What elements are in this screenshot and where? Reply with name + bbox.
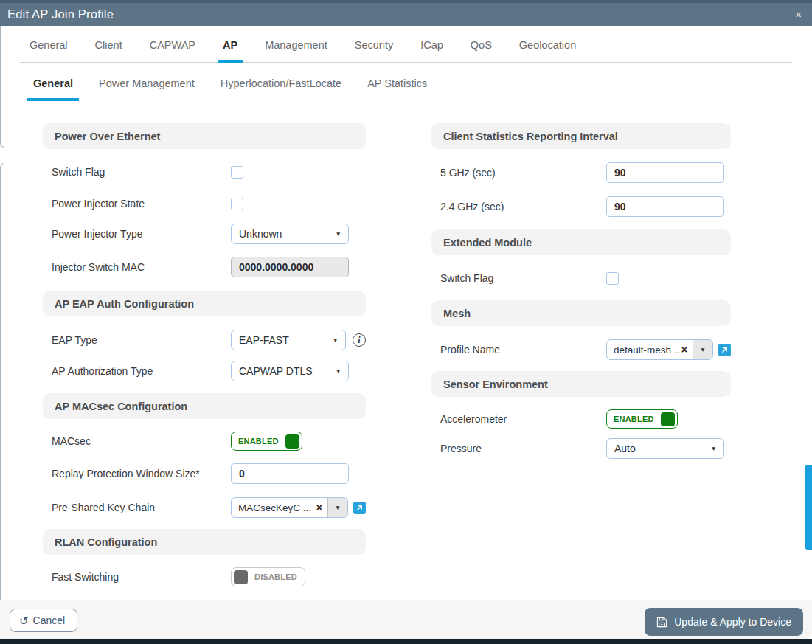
clear-icon[interactable]: × bbox=[680, 344, 693, 356]
modal-left-border-upper bbox=[0, 26, 4, 148]
24ghz-sec-label: 2.4 GHz (sec) bbox=[431, 201, 606, 212]
extended-module-switch-flag-label: Switch Flag bbox=[431, 272, 606, 284]
tab-general[interactable]: General bbox=[24, 39, 73, 63]
accelerometer-toggle[interactable]: ENABLED bbox=[606, 409, 678, 429]
5ghz-sec-input[interactable]: 90 bbox=[606, 162, 724, 183]
injector-switch-mac-input: 0000.0000.0000 bbox=[231, 257, 349, 277]
extended-module-switch-flag-checkbox[interactable] bbox=[606, 272, 619, 285]
chevron-down-icon: ▼ bbox=[700, 346, 706, 353]
tab-qos[interactable]: QoS bbox=[465, 39, 497, 63]
section-title: AP MACsec Configuration bbox=[55, 401, 187, 412]
subtab-hyperlocation-fastlocate[interactable]: Hyperlocation/FastLocate bbox=[215, 77, 347, 101]
page-background-strip bbox=[0, 639, 812, 644]
selected-value: Auto bbox=[614, 443, 636, 454]
right-column: Client Statistics Reporting Interval 5 G… bbox=[431, 123, 731, 459]
toggle-knob bbox=[234, 570, 248, 584]
eap-type-label: EAP Type bbox=[43, 334, 231, 346]
section-title: Extended Module bbox=[443, 237, 532, 249]
toggle-state-label: DISABLED bbox=[254, 572, 297, 581]
subtab-power-management[interactable]: Power Management bbox=[93, 77, 201, 101]
power-injector-type-select[interactable]: Unknown ▼ bbox=[231, 224, 349, 244]
mesh-profile-name-combobox[interactable]: default-mesh ... × ▼ bbox=[606, 339, 713, 360]
power-injector-state-label: Power Injector State bbox=[43, 198, 231, 210]
macsec-label: MACsec bbox=[43, 435, 231, 447]
modal-left-border-lower bbox=[0, 163, 4, 600]
save-icon bbox=[656, 617, 667, 628]
toggle-knob bbox=[661, 412, 675, 426]
external-link-icon[interactable] bbox=[353, 502, 366, 514]
chevron-down-icon: ▼ bbox=[333, 336, 339, 344]
combobox-value: default-mesh ... bbox=[607, 344, 680, 356]
replay-protection-window-size-label: Replay Protection Window Size* bbox=[43, 468, 231, 479]
toggle-knob bbox=[285, 434, 299, 449]
tab-ap[interactable]: AP bbox=[218, 39, 243, 63]
modal-titlebar: Edit AP Join Profile × bbox=[0, 3, 812, 26]
main-tabs: General Client CAPWAP AP Management Secu… bbox=[20, 39, 792, 63]
section-title: Mesh bbox=[443, 308, 471, 319]
chevron-down-icon: ▼ bbox=[336, 230, 341, 238]
section-title: Sensor Environment bbox=[443, 378, 548, 390]
power-injector-state-checkbox[interactable] bbox=[231, 198, 243, 210]
close-icon[interactable]: × bbox=[792, 3, 805, 26]
chevron-down-icon: ▼ bbox=[711, 445, 717, 452]
cancel-button[interactable]: ↺ Cancel bbox=[10, 609, 77, 632]
tab-capwap[interactable]: CAPWAP bbox=[145, 39, 201, 63]
modal-footer: ↺ Cancel Update & Apply to Device bbox=[0, 600, 812, 640]
fast-switching-label: Fast Switching bbox=[43, 571, 231, 583]
chevron-down-icon: ▼ bbox=[335, 504, 341, 511]
ap-subtabs: General Power Management Hyperlocation/F… bbox=[22, 77, 785, 100]
scrollbar-thumb[interactable] bbox=[805, 465, 812, 550]
mesh-profile-name-label: Profile Name bbox=[431, 344, 606, 356]
pressure-select[interactable]: Auto ▼ bbox=[606, 438, 724, 459]
tab-icap[interactable]: ICap bbox=[415, 39, 448, 63]
update-apply-button[interactable]: Update & Apply to Device bbox=[645, 608, 803, 636]
tab-geolocation[interactable]: Geolocation bbox=[514, 39, 581, 63]
pre-shared-key-chain-label: Pre-Shared Key Chain bbox=[43, 502, 231, 513]
accelerometer-label: Accelerometer bbox=[431, 413, 606, 425]
5ghz-sec-label: 5 GHz (sec) bbox=[431, 167, 606, 179]
section-extended-module: Extended Module bbox=[431, 229, 731, 255]
section-mesh: Mesh bbox=[431, 300, 731, 326]
tab-management[interactable]: Management bbox=[260, 39, 333, 63]
subtab-general[interactable]: General bbox=[27, 77, 79, 101]
switch-flag-label: Switch Flag bbox=[43, 166, 231, 178]
external-link-icon[interactable] bbox=[718, 344, 731, 356]
power-injector-type-label: Power Injector Type bbox=[43, 228, 231, 240]
macsec-toggle[interactable]: ENABLED bbox=[231, 432, 302, 451]
switch-flag-checkbox[interactable] bbox=[231, 166, 243, 179]
tab-client[interactable]: Client bbox=[90, 39, 128, 63]
injector-switch-mac-label: Injector Switch MAC bbox=[43, 261, 231, 273]
selected-value: Unknown bbox=[239, 228, 282, 240]
section-rlan: RLAN Configuration bbox=[43, 529, 366, 555]
toggle-state-label: ENABLED bbox=[238, 437, 279, 446]
dropdown-toggle[interactable]: ▼ bbox=[327, 498, 347, 517]
section-sensor-environment: Sensor Environment bbox=[431, 371, 731, 397]
eap-type-select[interactable]: EAP-FAST ▼ bbox=[231, 330, 346, 350]
update-apply-button-label: Update & Apply to Device bbox=[674, 616, 791, 628]
ap-authorization-type-label: AP Authorization Type bbox=[43, 365, 231, 377]
section-client-statistics: Client Statistics Reporting Interval bbox=[431, 123, 731, 149]
clear-icon[interactable]: × bbox=[315, 502, 327, 513]
left-column: Power Over Ethernet Switch Flag Power In… bbox=[43, 123, 366, 586]
section-power-over-ethernet: Power Over Ethernet bbox=[43, 123, 366, 149]
subtab-ap-statistics[interactable]: AP Statistics bbox=[361, 77, 433, 101]
selected-value: EAP-FAST bbox=[239, 334, 289, 346]
info-icon[interactable]: i bbox=[353, 333, 366, 347]
section-ap-eap-auth: AP EAP Auth Configuration bbox=[43, 291, 366, 316]
toggle-state-label: ENABLED bbox=[614, 415, 654, 423]
selected-value: CAPWAP DTLS bbox=[239, 365, 313, 377]
section-title: AP EAP Auth Configuration bbox=[55, 298, 194, 310]
combobox-value: MACsecKeyC ... bbox=[232, 502, 315, 513]
fast-switching-toggle[interactable]: DISABLED bbox=[231, 567, 305, 586]
24ghz-sec-input[interactable]: 90 bbox=[606, 196, 724, 217]
section-title: Client Statistics Reporting Interval bbox=[443, 131, 618, 142]
ap-authorization-type-select[interactable]: CAPWAP DTLS ▼ bbox=[231, 361, 349, 381]
replay-protection-window-size-input[interactable]: 0 bbox=[231, 463, 349, 484]
modal-title: Edit AP Join Profile bbox=[0, 7, 114, 21]
section-title: RLAN Configuration bbox=[55, 536, 157, 548]
pressure-label: Pressure bbox=[431, 443, 606, 454]
tab-security[interactable]: Security bbox=[350, 39, 398, 63]
cancel-button-label: Cancel bbox=[33, 614, 66, 626]
pre-shared-key-chain-combobox[interactable]: MACsecKeyC ... × ▼ bbox=[231, 497, 348, 518]
dropdown-toggle[interactable]: ▼ bbox=[693, 340, 712, 359]
